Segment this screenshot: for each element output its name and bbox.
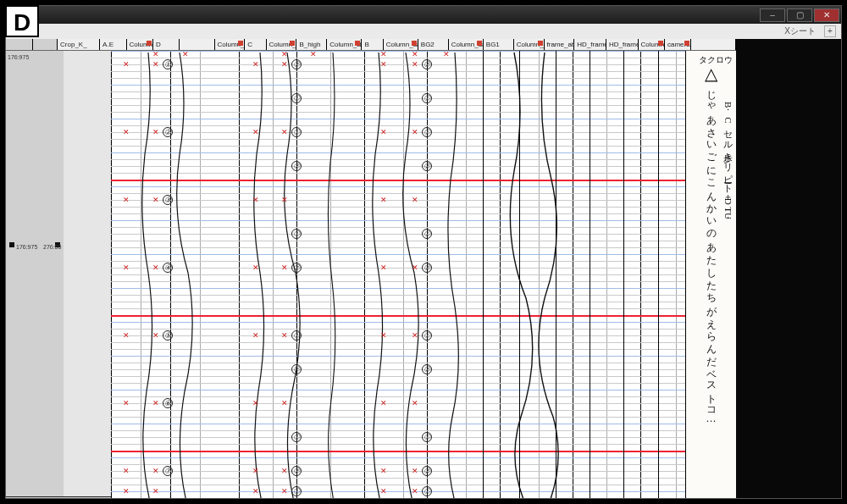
keyframe-mark[interactable] xyxy=(152,129,159,136)
keyframe-mark[interactable] xyxy=(152,400,159,407)
cell-number[interactable]: ① xyxy=(422,127,432,137)
keyframe-mark[interactable] xyxy=(152,197,159,204)
keyframe-mark[interactable] xyxy=(412,400,418,407)
column-header[interactable]: Column_A xyxy=(215,39,246,50)
keyframe-mark[interactable] xyxy=(281,400,288,407)
keyframe-mark[interactable] xyxy=(152,488,159,496)
keyframe-mark[interactable] xyxy=(252,129,259,136)
keyframe-mark[interactable] xyxy=(252,468,259,475)
keyframe-mark[interactable] xyxy=(152,61,159,69)
column-header[interactable]: Column_B xyxy=(449,39,484,50)
column-header[interactable]: Column_D xyxy=(514,39,545,50)
column-disable-icon[interactable] xyxy=(310,51,317,58)
column-header[interactable]: Column_B xyxy=(384,39,418,50)
titlebar[interactable]: – ▢ ✕ xyxy=(5,5,842,24)
column-header[interactable] xyxy=(33,39,58,50)
keyframe-mark[interactable] xyxy=(412,468,418,475)
column-header[interactable]: Column_B xyxy=(327,39,362,50)
keyframe-mark[interactable] xyxy=(281,332,288,340)
cell-number[interactable]: ① xyxy=(422,330,432,341)
keyframe-mark[interactable] xyxy=(123,400,130,407)
keyframe-mark[interactable] xyxy=(380,488,387,496)
keyframe-mark[interactable] xyxy=(412,332,418,340)
cell-number[interactable]: ④ xyxy=(163,263,173,273)
cell-number[interactable]: ① xyxy=(291,432,302,442)
cell-number[interactable]: ② xyxy=(422,466,432,476)
keyframe-mark[interactable] xyxy=(380,400,387,407)
keyframe-mark[interactable] xyxy=(152,332,159,340)
cell-number[interactable]: ② xyxy=(163,127,173,137)
cell-number[interactable]: ① xyxy=(422,432,432,442)
cell-number[interactable]: ② xyxy=(422,59,432,69)
column-header[interactable]: B_high xyxy=(296,39,327,50)
column-disable-icon[interactable] xyxy=(152,51,159,58)
column-header[interactable]: BG2 xyxy=(418,39,449,50)
keyframe-mark[interactable] xyxy=(152,468,159,475)
keyframe-mark[interactable] xyxy=(281,488,288,496)
xsheet[interactable]: Crop_K_A.EColumn_ADColumn_ACColumn_DB_hi… xyxy=(6,39,736,498)
column-header[interactable] xyxy=(6,39,33,50)
keyframe-mark[interactable] xyxy=(412,488,418,496)
cell-number[interactable]: ② xyxy=(291,161,302,171)
column-header[interactable]: Column xyxy=(639,39,665,50)
column-header[interactable] xyxy=(691,39,736,50)
keyframe-mark[interactable] xyxy=(252,400,259,407)
cell-number[interactable]: ② xyxy=(422,263,432,273)
keyframe-mark[interactable] xyxy=(380,129,387,136)
keyframe-mark[interactable] xyxy=(281,129,288,136)
cell-number[interactable]: ① xyxy=(291,229,302,239)
keyframe-mark[interactable] xyxy=(380,332,387,340)
column-disable-icon[interactable] xyxy=(380,51,387,58)
cell-number[interactable]: ② xyxy=(291,263,302,273)
cell-number[interactable]: ① xyxy=(291,93,302,103)
keyframe-mark[interactable] xyxy=(412,61,418,69)
keyframe-mark[interactable] xyxy=(252,264,259,272)
column-header[interactable] xyxy=(180,39,214,50)
keyframe-mark[interactable] xyxy=(380,264,387,272)
keyframe-mark[interactable] xyxy=(123,129,130,136)
column-header[interactable]: HD_frame_1 xyxy=(574,39,606,50)
column-disable-icon[interactable] xyxy=(281,51,288,58)
cell-number[interactable]: ③ xyxy=(163,195,173,205)
column-header[interactable]: BG1 xyxy=(484,39,514,50)
column-disable-icon[interactable] xyxy=(412,51,418,58)
cell-number[interactable]: ① xyxy=(422,93,432,103)
cell-number[interactable]: ② xyxy=(291,364,302,374)
cell-number[interactable]: ② xyxy=(291,466,302,476)
minimize-button[interactable]: – xyxy=(760,8,785,22)
cell-number[interactable]: ① xyxy=(422,229,432,239)
cell-number[interactable]: ⑥ xyxy=(163,398,173,408)
keyframe-mark[interactable] xyxy=(123,332,130,340)
cell-number[interactable]: ① xyxy=(422,486,432,496)
column-disable-icon[interactable] xyxy=(182,51,189,58)
keyframe-mark[interactable] xyxy=(252,488,259,496)
keyframe-mark[interactable] xyxy=(123,197,130,204)
cell-number[interactable]: ① xyxy=(163,59,173,69)
column-header[interactable]: A.E xyxy=(100,39,126,50)
keyframe-mark[interactable] xyxy=(252,197,259,204)
keyframe-mark[interactable] xyxy=(123,468,130,475)
column-header[interactable]: Column_A xyxy=(127,39,153,50)
keyframe-mark[interactable] xyxy=(123,488,130,496)
cell-number[interactable]: ② xyxy=(422,161,432,171)
keyframe-mark[interactable] xyxy=(281,264,288,272)
column-header[interactable]: HD_frame_1 xyxy=(606,39,639,50)
column-disable-icon[interactable] xyxy=(443,51,450,58)
column-header[interactable]: D xyxy=(153,39,180,50)
column-header[interactable]: camera xyxy=(665,39,691,50)
tab-xsheet[interactable]: Xシート xyxy=(784,25,816,37)
maximize-button[interactable]: ▢ xyxy=(787,8,812,22)
add-tab-button[interactable]: + xyxy=(824,25,836,37)
column-header[interactable]: C xyxy=(245,39,266,50)
cell-number[interactable]: ① xyxy=(291,486,302,496)
keyframe-mark[interactable] xyxy=(412,264,418,272)
cell-number[interactable]: ⑦ xyxy=(163,466,173,476)
keyframe-mark[interactable] xyxy=(281,468,288,475)
keyframe-mark[interactable] xyxy=(380,468,387,475)
column-header[interactable]: B xyxy=(362,39,383,50)
close-button[interactable]: ✕ xyxy=(814,8,839,22)
keyframe-mark[interactable] xyxy=(281,61,288,69)
keyframe-mark[interactable] xyxy=(412,197,418,204)
keyframe-mark[interactable] xyxy=(380,197,387,204)
keyframe-mark[interactable] xyxy=(252,61,259,69)
